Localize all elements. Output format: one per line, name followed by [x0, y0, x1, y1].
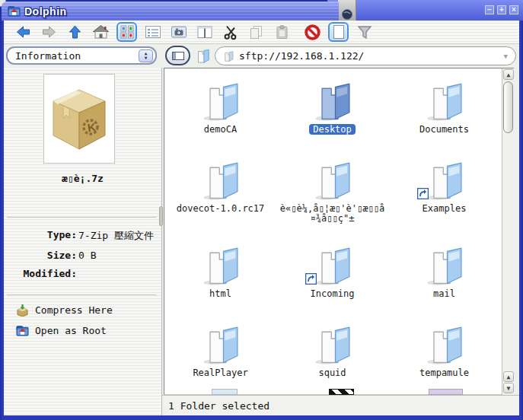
minimize-button[interactable]: − — [485, 5, 494, 14]
location-bar: Information ▲▼ sftp://192.168.1.122/ ▼ — [4, 44, 519, 68]
file-properties: Type: 7-Zip 壓縮文件 Size: 0 B Modified: — [4, 229, 161, 279]
scroll-up2-icon[interactable]: ▲ — [503, 371, 514, 382]
action-label: Open as Root — [35, 325, 107, 336]
window-title: Dolphin — [24, 5, 67, 18]
close-button[interactable]: × — [509, 5, 518, 14]
folder-icon — [423, 323, 466, 365]
panel-selector-value: Information — [15, 50, 139, 62]
folder-icon-wrap — [423, 239, 466, 286]
folder-icon-wrap — [311, 154, 354, 201]
preview-file-name: æ▯è¡­.7z — [4, 173, 161, 184]
property-label: Modified: — [4, 268, 77, 279]
background-window-tab — [338, 0, 356, 21]
folder-home-icon — [16, 324, 29, 337]
folder-item[interactable]: è«▯è¼‚å▯¦æ▯'è'▯æ▯▯å¤¾å▯▯ç"± — [276, 154, 388, 239]
folder-icon — [311, 243, 354, 286]
folder-label: html — [209, 288, 231, 299]
back-button[interactable] — [13, 22, 33, 42]
cut-button[interactable] — [220, 22, 241, 42]
partial-file-item[interactable] — [329, 389, 354, 395]
folder-label: Documents — [419, 124, 469, 135]
property-label: Size: — [4, 250, 77, 261]
folder-item[interactable]: Incoming — [276, 239, 388, 318]
url-text[interactable]: sftp://192.168.1.122/ — [239, 50, 499, 62]
folder-view[interactable]: demoCA Desktop Documents dovecot-1.0.rc1… — [164, 68, 514, 395]
statusbar: 1 Folder selected — [162, 395, 519, 415]
split-view-button[interactable] — [194, 22, 215, 42]
folder-icon-wrap — [311, 239, 354, 286]
icons-view-button[interactable] — [116, 22, 137, 42]
details-view-button[interactable] — [142, 22, 163, 42]
folder-icon-wrap — [199, 154, 242, 201]
breadcrumb-toggle-icon — [172, 52, 184, 60]
folder-icon — [423, 158, 466, 201]
partial-file-item[interactable] — [212, 389, 238, 395]
scroll-up-icon[interactable]: ▲ — [503, 69, 514, 80]
file-actions: Compress Here Open as Root — [4, 302, 161, 339]
editable-location-toggle[interactable] — [165, 46, 190, 65]
folder-item[interactable]: Examples — [388, 154, 500, 239]
folder-icon — [311, 323, 354, 365]
partial-file-item[interactable] — [429, 389, 463, 395]
archive-package-icon: K — [50, 85, 108, 152]
folder-item[interactable]: dovecot-1.0.rc17 — [164, 154, 276, 239]
previews-view-button[interactable] — [168, 22, 189, 42]
open-as-root-action[interactable]: Open as Root — [4, 323, 161, 339]
folder-icon — [199, 79, 242, 122]
home-button[interactable] — [91, 22, 111, 42]
folder-item[interactable]: RealPlayer — [164, 318, 276, 397]
folder-label: demoCA — [204, 124, 237, 135]
background-window-globe-icon — [341, 8, 353, 21]
folder-item[interactable]: demoCA — [164, 75, 276, 154]
folder-icon-wrap — [199, 318, 242, 365]
maximize-button[interactable]: + — [497, 5, 506, 14]
folder-item[interactable]: Documents — [388, 75, 500, 154]
combo-spinner-icon[interactable]: ▲▼ — [139, 49, 153, 62]
show-panel-button[interactable] — [328, 22, 349, 42]
folder-label: Incoming — [311, 288, 355, 299]
folder-item[interactable]: squid — [276, 318, 388, 397]
folder-item[interactable]: tempamule — [388, 318, 500, 397]
url-dropdown-icon[interactable]: ▼ — [504, 52, 508, 60]
folder-label: mail — [433, 288, 455, 299]
property-value: 0 B — [77, 250, 161, 261]
up-button[interactable] — [65, 22, 85, 42]
shortcut-emblem — [417, 188, 429, 199]
paste-button[interactable] — [272, 22, 292, 42]
folder-label: RealPlayer — [193, 368, 247, 378]
folder-icon-wrap — [199, 239, 242, 286]
folder-label: Desktop — [309, 124, 356, 135]
url-navigator[interactable]: sftp://192.168.1.122/ ▼ — [215, 46, 516, 65]
copy-button[interactable] — [246, 22, 266, 42]
folder-icon — [311, 158, 354, 201]
status-text: 1 Folder selected — [168, 400, 269, 412]
folder-icon — [311, 79, 354, 122]
vertical-scrollbar[interactable]: ▲ ▲ ▼ — [502, 68, 514, 395]
folder-label: dovecot-1.0.rc17 — [177, 203, 265, 214]
window-controls: − + × — [485, 5, 518, 14]
compress-here-action[interactable]: Compress Here — [4, 302, 161, 318]
folder-item[interactable]: html — [164, 239, 276, 318]
folder-icon-wrap — [423, 154, 466, 201]
location-folder-button[interactable] — [193, 46, 212, 65]
scrollbar-thumb[interactable] — [503, 81, 513, 133]
shortcut-emblem-icon — [417, 188, 429, 199]
forward-button[interactable] — [39, 22, 59, 42]
titlebar[interactable]: Dolphin — [2, 2, 339, 21]
panel-splitter-handle[interactable] — [159, 206, 163, 226]
folder-icon-wrap — [199, 75, 242, 122]
folder-icon-wrap — [423, 318, 466, 365]
scroll-down-icon[interactable]: ▼ — [503, 383, 514, 393]
folder-grid: demoCA Desktop Documents dovecot-1.0.rc1… — [164, 68, 501, 397]
folder-item[interactable]: mail — [388, 239, 500, 318]
background-window-titlebar: − + × — [327, 0, 523, 21]
panel-selector-combobox[interactable]: Information ▲▼ — [6, 46, 157, 65]
property-value — [77, 268, 161, 279]
filter-button[interactable] — [354, 22, 375, 42]
folder-item[interactable]: Desktop — [276, 75, 388, 154]
folder-icon — [199, 323, 242, 365]
stop-button[interactable] — [302, 22, 323, 42]
dolphin-window: Information ▲▼ sftp://192.168.1.122/ ▼ — [2, 21, 521, 420]
property-value: 7-Zip 壓縮文件 — [77, 229, 161, 243]
folder-icon-wrap — [311, 318, 354, 365]
